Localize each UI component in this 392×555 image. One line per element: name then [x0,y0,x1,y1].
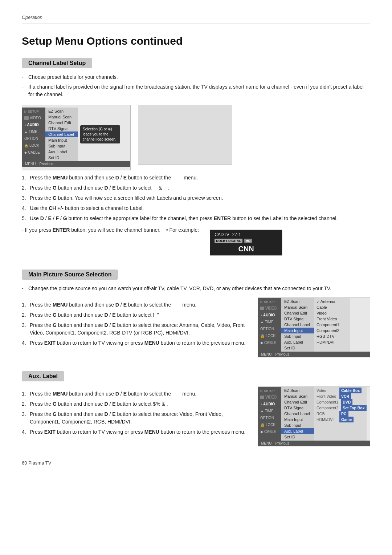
mp-setid: Set ID [281,345,314,351]
menu-item-channeledit: Channel Edit [45,120,78,126]
aux-label-header: Aux. Label [22,371,64,381]
al-setid: Set ID [281,434,314,440]
menu-item-maininput: Main Input [45,137,78,143]
mp-dtvsignal: DTV Signal [281,316,314,322]
channel-label-steps: 1.Press the MENU button and then use D /… [22,174,370,222]
al-sidebar-audio: ♪AUDIO [258,401,281,408]
mp-sub-frontvideo: Front Video [314,316,350,322]
bullet-1: Choose preset labels for your channels. [22,73,370,81]
al-lbl-settopbox: Set Top Box [341,405,366,411]
sidebar-lock: 🔒 LOCK [22,142,45,149]
al-step-1: 1.Press the MENU button and then use D /… [22,390,247,398]
menu-item-channellabel: Channel Label [45,131,78,137]
main-picture-steps: 1.Press the MENU button and then use D /… [22,301,247,347]
al-sidebar-setup: ▷SETUP [258,387,281,394]
channel-label-bullets: Choose preset labels for your channels. … [22,73,370,98]
channel-number: 27-1 [232,232,241,237]
al-step-4: 4.Press EXIT button to return to TV view… [22,428,247,436]
al-manualscan: Manual Scan [281,393,314,399]
page-title: Setup Menu Options continued [22,35,370,47]
al-lbl-pc: PC [339,411,348,417]
channel-label-note-row: - If you press ENTER button, you will se… [22,226,370,256]
mp-sub-rgbdtv: RGB-DTV [314,333,350,339]
mp-bottom-prev: Previous [275,352,289,356]
channel-label-header: Channel Label Setup [22,58,92,68]
al-src-hdmi: HDMI/DVI [314,417,339,422]
dolby-badge: DOLBY DIGITAL [215,239,242,243]
al-dtvsignal: DTV Signal [281,405,314,411]
mp-sub-antenna: Antenna [314,299,350,304]
al-channellabel: Channel Label [281,411,314,417]
channel-label-section: Channel Label Setup Choose preset labels… [22,58,370,256]
main-picture-bullet-1: Changes the picture source so you can wa… [22,285,370,292]
mp-sidebar-time: ▲TIME [258,319,281,325]
al-sidebar-option: OPTION [258,414,281,421]
mp-step-3: 3.Press the G button and then use D / E … [22,321,247,337]
main-picture-menu-screenshot: ▷SETUP VIDEO ♪AUDIO ▲TIME OPTION [258,297,370,357]
al-src-rgb: RGB [314,411,339,417]
mp-ezscan: EZ Scan [281,299,314,304]
al-maininput: Main Input [281,417,314,422]
mp-sub-video: Video [314,310,350,316]
al-pair-hdmi: HDMI/DVI Game [314,417,367,422]
mp-sub-cable: Cable [314,304,350,310]
al-auxlabel: Aux. Label [281,428,314,434]
mp-auxlabel: Aux. Label [281,339,314,345]
al-src-comp1: Component1 [314,399,341,405]
mp-sub-comp1: Component1 [314,322,350,328]
al-sidebar-cable: ◆CABLE [258,428,281,435]
bottom-menu: MENU [25,162,36,166]
aux-label-section: Aux. Label 1.Press the MENU button and t… [22,371,370,446]
al-ezscan: EZ Scan [281,388,314,393]
mp-sidebar-lock: 🔒LOCK [258,332,281,339]
al-sub-col: Video Cable Box Front Video VCR Componen… [314,387,367,441]
menu-item-dtvsignal: DTV Signal [45,126,78,131]
al-step-2: 2.Press the G button and then use D / E … [22,400,247,408]
main-picture-menu: ▷SETUP VIDEO ♪AUDIO ▲TIME OPTION [258,297,370,357]
mp-manualscan: Manual Scan [281,304,314,310]
al-lbl-vcr: VCR [339,393,351,399]
step-2: 2.Press the G button and then use D / E … [22,184,370,192]
step-4: 4.Use the CH +/- button to select a chan… [22,204,370,212]
channel-label-menu-screenshot: ▷ SETUP VIDEO ♪ AUDIO ▲ TIME [22,105,131,170]
menu-item-setid: Set ID [45,155,78,161]
enter-note: - If you press ENTER button, you will se… [22,226,199,234]
mp-sidebar-option: OPTION [258,325,281,332]
mp-sidebar-audio: ♪AUDIO [258,312,281,319]
al-src-frontvideo: Front Video [314,393,339,399]
main-picture-steps-col: 1.Press the MENU button and then use D /… [22,297,247,351]
al-sidebar-video: VIDEO [258,394,281,401]
al-bottom-menu: MENU [261,441,271,445]
menu-item-subinput: Sub Input [45,143,78,149]
tooltip-text: Selection (G or ⊕) leads you to the chan… [80,125,120,143]
sidebar-audio: ♪ AUDIO [22,121,45,128]
al-main-col: EZ Scan Manual Scan Channel Edit DTV Sig… [281,387,314,441]
mp-bottom-menu: MENU [261,352,271,356]
al-pair-rgb: RGB PC [314,411,367,417]
mp-sidebar: ▷SETUP VIDEO ♪AUDIO ▲TIME OPTION [258,298,281,352]
al-pair-frontvideo: Front Video VCR [314,393,367,399]
mp-step-1: 1.Press the MENU button and then use D /… [22,301,247,309]
al-pair-comp1: Component1 DVD [314,399,367,405]
bullet-2: If a channel label is provided on the si… [22,83,370,98]
mp-sub-col: Antenna Cable Video Front Video Componen… [314,298,350,352]
mp-bottom-bar: MENU Previous [258,352,370,357]
aux-label-menu: ▷SETUP VIDEO ♪AUDIO ▲TIME OPTION [258,386,370,446]
operation-label: Operation [22,15,370,20]
menu-tooltip: Selection (G or ⊕) leads you to the chan… [78,108,122,161]
mp-channellabel: Channel Label [281,322,314,328]
mp-step-2: 2.Press the G button and then use D / E … [22,311,247,319]
sidebar-setup: ▷ SETUP [22,108,45,114]
al-subinput: Sub Input [281,422,314,428]
hd-badge: HD [244,239,252,243]
menu-item-ezscan: EZ Scan [45,108,78,114]
al-lbl-game: Game [339,417,354,422]
main-picture-bullets: Changes the picture source so you can wa… [22,285,370,292]
channel-label-screenshots: ▷ SETUP VIDEO ♪ AUDIO ▲ TIME [22,105,370,170]
menu-sidebar: ▷ SETUP VIDEO ♪ AUDIO ▲ TIME [22,108,45,161]
channel-label-preview-box [138,105,232,165]
sidebar-option: OPTION [22,135,45,142]
mp-subinput: Sub Input [281,333,314,339]
al-pair-video: Video Cable Box [314,388,367,393]
menu-bottom-bar: MENU Previous [22,161,130,167]
